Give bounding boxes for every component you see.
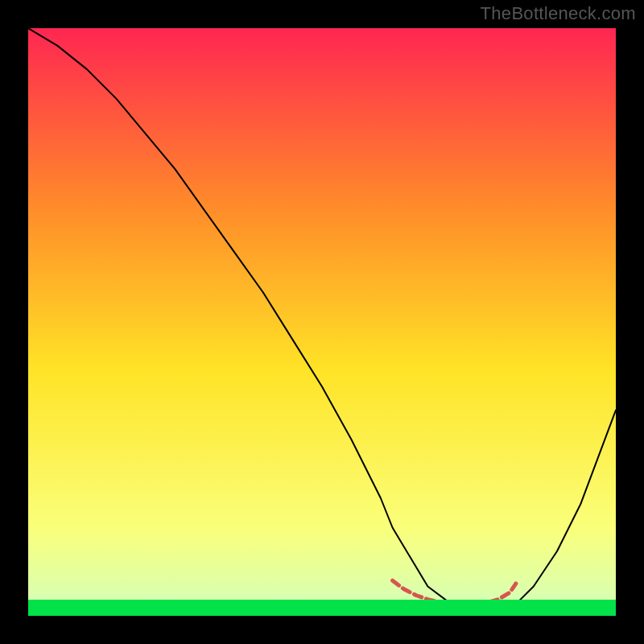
chart-stage: TheBottleneck.com: [0, 0, 644, 644]
gradient-background: [28, 28, 616, 616]
plot-area: [28, 28, 616, 616]
chart-svg: [28, 28, 616, 616]
bottom-green-stripe: [28, 600, 616, 616]
watermark-text: TheBottleneck.com: [481, 3, 636, 24]
